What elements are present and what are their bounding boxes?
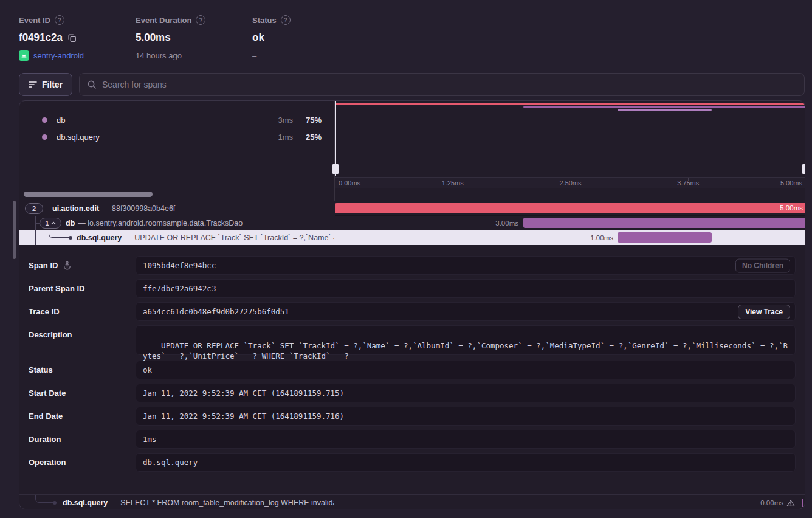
view-trace-button[interactable]: View Trace bbox=[738, 305, 790, 319]
child-count-badge[interactable]: 1 bbox=[40, 218, 61, 229]
span-search bbox=[79, 73, 805, 96]
span-op-breakdown: db 3ms 75% db.sql.query 1ms 25% bbox=[19, 101, 334, 177]
span-description: — io.sentry.android.roomsample.data.Trac… bbox=[78, 219, 243, 227]
event-id-section: Event ID ? f0491c2a sentry-android bbox=[19, 15, 84, 61]
time-axis: 0.00ms 1.25ms 2.50ms 3.75ms 5.00ms bbox=[335, 177, 805, 188]
span-description: — UPDATE OR REPLACE `Track` SET `TrackId… bbox=[125, 233, 334, 242]
search-input[interactable] bbox=[102, 80, 797, 89]
op-percent: 75% bbox=[293, 116, 322, 125]
event-duration-section: Event Duration ? 5.00ms 14 hours ago bbox=[136, 15, 205, 61]
event-id-value: f0491c2a bbox=[19, 32, 63, 44]
detail-value-duration: 1ms bbox=[136, 430, 796, 449]
span-description: — 88f300998a0b4e6f bbox=[102, 204, 175, 213]
span-list-vscroll-thumb[interactable] bbox=[13, 201, 16, 259]
status-sub: – bbox=[252, 51, 256, 60]
span-description: — SELECT * FROM room_table_modification_… bbox=[111, 499, 334, 507]
span-op: ui.action.edit bbox=[52, 204, 99, 213]
help-icon[interactable]: ? bbox=[55, 15, 64, 25]
warning-icon bbox=[786, 499, 795, 507]
op-duration: 3ms bbox=[261, 116, 293, 125]
detail-value-description: UPDATE OR REPLACE `Track` SET `TrackId` … bbox=[136, 325, 796, 355]
minimap-left-handle[interactable] bbox=[335, 101, 336, 176]
project-link[interactable]: sentry-android bbox=[33, 51, 84, 60]
filter-icon bbox=[29, 81, 37, 88]
span-bar[interactable] bbox=[802, 499, 803, 507]
minimap-span-query bbox=[618, 109, 712, 111]
child-count: 2 bbox=[32, 205, 36, 212]
span-row-db-sql-query-selected[interactable]: db.sql.query — UPDATE OR REPLACE `Track`… bbox=[19, 230, 805, 245]
detail-label-status: Status bbox=[29, 361, 53, 379]
event-duration-label: Event Duration bbox=[136, 16, 191, 25]
tree-connector bbox=[35, 495, 54, 503]
event-id-label: Event ID bbox=[19, 16, 50, 25]
span-bar[interactable] bbox=[523, 218, 805, 228]
minimap-span-db bbox=[523, 106, 805, 108]
legend-row-db-sql-query[interactable]: db.sql.query 1ms 25% bbox=[19, 128, 334, 145]
chevron-up-icon bbox=[51, 221, 56, 225]
axis-label: 1.25ms bbox=[442, 179, 464, 187]
status-value: ok bbox=[252, 32, 264, 44]
detail-label-end-date: End Date bbox=[29, 407, 63, 425]
detail-label-parent-span-id: Parent Span ID bbox=[29, 279, 84, 297]
help-icon[interactable]: ? bbox=[281, 15, 291, 25]
detail-value-trace-id: a654cc61dc0b48ef9d0b27275b6f0d51 View Tr… bbox=[136, 302, 796, 321]
op-percent: 25% bbox=[293, 133, 322, 142]
span-row-db[interactable]: 1 db — io.sentry.android.roomsample.data… bbox=[19, 216, 805, 230]
status-section: Status ? ok – bbox=[252, 15, 291, 61]
span-op: db.sql.query bbox=[63, 499, 108, 507]
axis-label: 5.00ms bbox=[780, 179, 802, 187]
tree-connector bbox=[35, 230, 36, 245]
tree-node-dot bbox=[69, 236, 72, 240]
span-duration: 1.00ms bbox=[335, 230, 613, 245]
tree-connector bbox=[49, 230, 71, 238]
detail-label-trace-id: Trace ID bbox=[29, 302, 60, 320]
child-count-badge[interactable]: 2 bbox=[25, 203, 43, 214]
span-bar[interactable]: 5.00ms bbox=[335, 203, 805, 213]
axis-label: 2.50ms bbox=[559, 179, 581, 187]
event-age: 14 hours ago bbox=[136, 51, 182, 60]
anchor-icon[interactable] bbox=[63, 261, 72, 270]
detail-value-status: ok bbox=[136, 361, 796, 379]
android-icon bbox=[19, 50, 29, 61]
span-list-hscroll-thumb[interactable] bbox=[24, 192, 153, 197]
trace-minimap[interactable] bbox=[335, 101, 805, 177]
detail-label-description: Description bbox=[29, 325, 72, 336]
span-bar[interactable] bbox=[618, 232, 712, 243]
op-name: db bbox=[57, 116, 261, 125]
span-row-select-query[interactable]: db.sql.query — SELECT * FROM room_table_… bbox=[19, 494, 805, 509]
filter-button[interactable]: Filter bbox=[19, 73, 72, 96]
help-icon[interactable]: ? bbox=[196, 15, 205, 25]
detail-label-start-date: Start Date bbox=[29, 384, 66, 402]
op-name: db.sql.query bbox=[57, 133, 261, 142]
tree-node-dot bbox=[53, 501, 57, 505]
search-icon bbox=[87, 80, 97, 89]
span-op: db.sql.query bbox=[77, 233, 122, 242]
detail-label-span-id: Span ID bbox=[29, 256, 72, 274]
legend-row-db[interactable]: db 3ms 75% bbox=[19, 111, 334, 128]
span-op: db bbox=[66, 219, 75, 227]
op-color-dot bbox=[42, 134, 47, 140]
trace-waterfall-panel: db 3ms 75% db.sql.query 1ms 25% 0.00ms 1… bbox=[19, 100, 805, 509]
axis-label: 3.75ms bbox=[677, 179, 699, 187]
copy-icon[interactable] bbox=[67, 33, 77, 43]
span-duration: 0.00ms bbox=[760, 499, 783, 506]
span-list-hscroll-track bbox=[19, 188, 334, 201]
event-duration-value: 5.00ms bbox=[136, 32, 171, 44]
axis-label: 0.00ms bbox=[339, 179, 360, 187]
op-color-dot bbox=[42, 117, 47, 123]
detail-label-duration: Duration bbox=[29, 430, 61, 448]
minimap-span-root bbox=[335, 103, 805, 105]
detail-value-span-id: 1095bd4ef8e94bcc No Children bbox=[136, 256, 796, 275]
minimap-right-handle[interactable] bbox=[805, 101, 805, 176]
span-duration: 5.00ms bbox=[780, 203, 803, 213]
no-children-badge: No Children bbox=[735, 258, 790, 272]
detail-value-start-date: Jan 11, 2022 9:52:39 AM CET (1641891159.… bbox=[136, 384, 796, 402]
detail-label-operation: Operation bbox=[29, 453, 66, 471]
detail-value-operation: db.sql.query bbox=[136, 453, 796, 472]
op-duration: 1ms bbox=[261, 133, 293, 142]
detail-value-parent-span-id: ffe7dbc92a6942c3 bbox=[136, 279, 796, 298]
status-label: Status bbox=[252, 16, 277, 25]
span-row-ui-action-edit[interactable]: 2 ui.action.edit — 88f300998a0b4e6f 5.00… bbox=[19, 201, 805, 216]
detail-value-end-date: Jan 11, 2022 9:52:39 AM CET (1641891159.… bbox=[136, 407, 796, 426]
filter-button-label: Filter bbox=[42, 80, 63, 89]
